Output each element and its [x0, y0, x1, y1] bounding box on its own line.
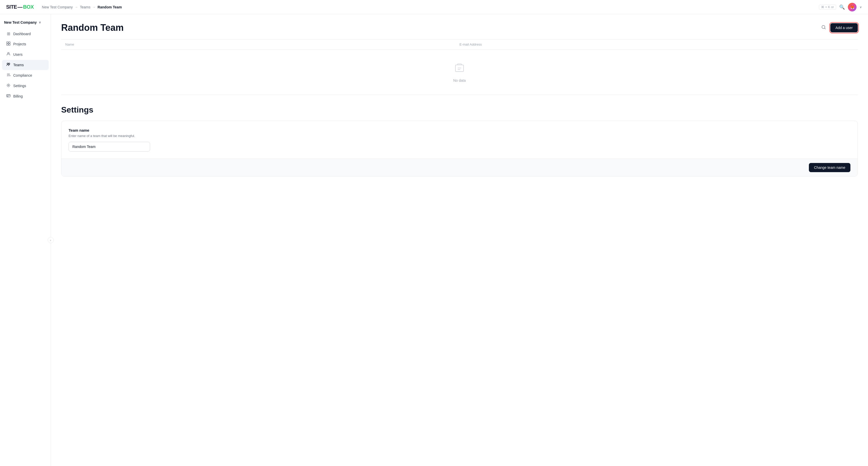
main-layout: New Test Company ∨ ⊞ Dashboard Projects … — [0, 14, 868, 466]
sidebar-item-billing[interactable]: Billing — [2, 91, 49, 101]
svg-point-4 — [8, 53, 9, 54]
breadcrumb-teams[interactable]: Teams — [80, 5, 90, 9]
sidebar-item-dashboard[interactable]: ⊞ Dashboard — [2, 29, 49, 39]
no-data-icon — [453, 62, 466, 76]
users-icon — [6, 52, 11, 57]
avatar-chevron-icon[interactable]: ∨ — [860, 5, 862, 9]
sidebar-nav: ⊞ Dashboard Projects Users Teams — [0, 29, 51, 102]
logo[interactable]: SITE — BOX — [6, 4, 34, 10]
settings-icon — [6, 83, 11, 88]
svg-rect-3 — [9, 44, 10, 45]
svg-rect-8 — [7, 95, 10, 97]
company-chevron-icon: ∨ — [39, 21, 41, 24]
sidebar-item-settings-label: Settings — [13, 84, 26, 88]
no-data-label: No data — [453, 78, 466, 82]
breadcrumb: New Test Company → Teams → Random Team — [42, 5, 819, 9]
sidebar-item-projects-label: Projects — [13, 42, 26, 46]
svg-point-5 — [7, 63, 8, 64]
table-header: Name E-mail Address — [61, 39, 858, 49]
settings-card-body: Team name Enter name of a team that will… — [61, 121, 858, 159]
collapse-icon: ‹ — [50, 239, 51, 242]
main-content: Random Team Add a user Name E-mail Addre… — [51, 14, 868, 466]
svg-rect-0 — [7, 42, 8, 43]
team-name-label: Team name — [68, 128, 850, 132]
table-search-button[interactable] — [820, 24, 827, 32]
kbd-plus: + — [825, 5, 827, 9]
avatar[interactable]: 🦊 — [848, 3, 857, 11]
company-name: New Test Company — [4, 21, 37, 25]
table-col-name: Name — [65, 42, 460, 46]
svg-rect-2 — [7, 44, 8, 45]
keyboard-shortcut-hint: ⌘ + K or — [819, 5, 836, 10]
search-icon[interactable]: 🔍 — [839, 4, 845, 10]
settings-card: Team name Enter name of a team that will… — [61, 121, 858, 176]
logo-site-text: SITE — [6, 4, 17, 10]
logo-dash: — — [17, 4, 23, 10]
svg-rect-1 — [9, 42, 10, 43]
users-table: Name E-mail Address No data — [61, 39, 858, 95]
sidebar-item-teams-label: Teams — [13, 63, 24, 67]
kbd-or: or — [831, 5, 834, 9]
billing-icon — [6, 94, 11, 99]
teams-icon — [6, 62, 11, 67]
team-name-hint: Enter name of a team that will be meanin… — [68, 134, 850, 138]
table-body-empty: No data — [61, 49, 858, 95]
sidebar-collapse-button[interactable]: ‹ — [48, 237, 54, 243]
sidebar-item-users-label: Users — [13, 53, 23, 57]
header-actions: Add a user — [820, 23, 858, 32]
search-icon — [821, 25, 826, 30]
page-header: Random Team Add a user — [61, 23, 858, 33]
dashboard-icon: ⊞ — [6, 31, 11, 36]
sidebar-item-teams[interactable]: Teams — [2, 60, 49, 70]
sidebar-item-projects[interactable]: Projects — [2, 39, 49, 49]
sidebar-item-compliance[interactable]: Compliance — [2, 70, 49, 80]
kbd-cmd: ⌘ — [821, 5, 824, 9]
logo-box-text: BOX — [23, 4, 34, 10]
breadcrumb-arrow-2: → — [93, 5, 96, 9]
table-col-email: E-mail Address — [460, 42, 854, 46]
topnav: SITE — BOX New Test Company → Teams → Ra… — [0, 0, 868, 14]
sidebar-item-settings[interactable]: Settings — [2, 81, 49, 91]
settings-section: Settings Team name Enter name of a team … — [61, 105, 858, 176]
sidebar: New Test Company ∨ ⊞ Dashboard Projects … — [0, 14, 51, 466]
svg-point-6 — [9, 63, 10, 64]
breadcrumb-team: Random Team — [98, 5, 122, 9]
team-name-input[interactable] — [68, 142, 150, 152]
breadcrumb-company[interactable]: New Test Company — [42, 5, 73, 9]
page-title: Random Team — [61, 23, 124, 33]
settings-title: Settings — [61, 105, 858, 114]
kbd-k: K — [828, 5, 830, 9]
sidebar-item-dashboard-label: Dashboard — [13, 32, 31, 36]
add-user-button[interactable]: Add a user — [830, 23, 858, 32]
topnav-right: ⌘ + K or 🔍 🦊 ∨ — [819, 3, 862, 11]
breadcrumb-arrow-1: → — [75, 5, 78, 9]
change-team-name-button[interactable]: Change team name — [809, 163, 850, 172]
sidebar-item-billing-label: Billing — [13, 94, 23, 98]
svg-point-7 — [8, 85, 9, 86]
sidebar-item-compliance-label: Compliance — [13, 73, 32, 77]
sidebar-item-users[interactable]: Users — [2, 49, 49, 60]
projects-icon — [6, 41, 11, 46]
compliance-icon — [6, 73, 11, 78]
settings-card-footer: Change team name — [61, 159, 858, 176]
company-selector[interactable]: New Test Company ∨ — [0, 18, 51, 29]
